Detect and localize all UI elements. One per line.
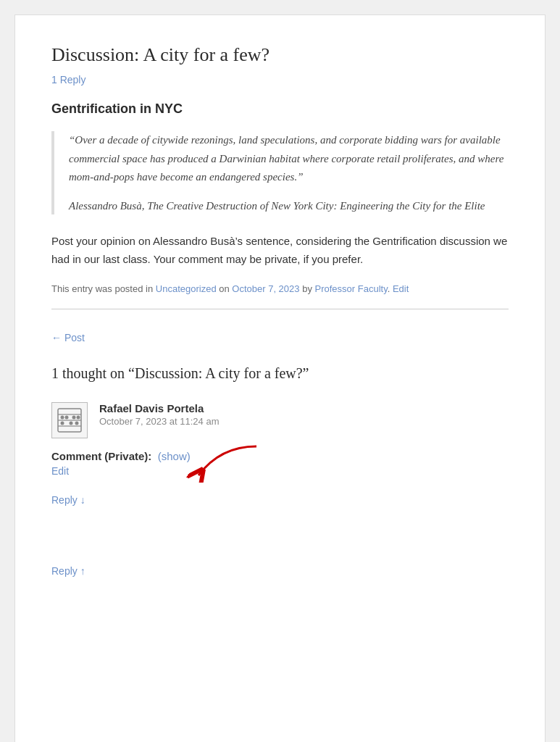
post-meta: This entry was posted in Uncategorized o… [51, 283, 509, 294]
post-meta-prefix: This entry was posted in [51, 283, 156, 294]
reply-count-link[interactable]: 1 Reply [51, 74, 85, 86]
post-title: Discussion: A city for a few? [51, 44, 509, 66]
abacus-icon [57, 407, 83, 433]
edit-link[interactable]: Edit [393, 283, 409, 294]
quote-text: “Over a decade of citywide rezonings, la… [69, 131, 509, 187]
section-heading: Gentrification in NYC [51, 101, 509, 117]
svg-point-9 [70, 421, 73, 425]
blockquote-area: “Over a decade of citywide rezonings, la… [51, 131, 509, 214]
post-meta-suffix: by [300, 283, 315, 294]
avatar [51, 402, 88, 438]
bottom-reply-section: Reply ↑ [51, 550, 509, 578]
show-link-wrapper: (show) [155, 450, 191, 462]
comment-content-area: Comment (Private): (show) Edit [51, 450, 509, 477]
comment-meta: Rafael Davis Portela October 7, 2023 at … [99, 402, 509, 438]
divider [51, 309, 509, 309]
post-meta-mid: on [217, 283, 233, 294]
svg-point-7 [77, 415, 80, 419]
back-link[interactable]: ← Post [51, 332, 85, 343]
comment-author: Rafael Davis Portela [99, 402, 509, 414]
comment-edit-link[interactable]: Edit [51, 465, 509, 477]
svg-point-8 [61, 421, 64, 425]
author-link[interactable]: Professor Faculty [315, 283, 388, 294]
date-link[interactable]: October 7, 2023 [232, 283, 299, 294]
svg-point-5 [65, 415, 69, 419]
page-container: Discussion: A city for a few? 1 Reply Ge… [14, 14, 546, 742]
svg-point-6 [72, 415, 76, 419]
category-link[interactable]: Uncategorized [156, 283, 217, 294]
red-arrow-indicator [177, 443, 264, 483]
comment-reply-link[interactable]: Reply ↓ [51, 494, 85, 506]
bottom-reply-link[interactable]: Reply ↑ [51, 565, 85, 577]
comment-date-link[interactable]: October 7, 2023 at 11:24 am [99, 416, 220, 427]
comment-private-label: Comment (Private): [51, 450, 151, 462]
comments-heading: 1 thought on “Discussion: A city for a f… [51, 365, 509, 382]
comment-item: Rafael Davis Portela October 7, 2023 at … [51, 402, 509, 438]
svg-point-4 [61, 415, 64, 419]
comment-date: October 7, 2023 at 11:24 am [99, 416, 509, 427]
post-body: Post your opinion on Alessandro Busà’s s… [51, 232, 509, 269]
quote-attribution: Alessandro Busà, The Creative Destructio… [69, 197, 509, 214]
svg-point-10 [75, 421, 79, 425]
